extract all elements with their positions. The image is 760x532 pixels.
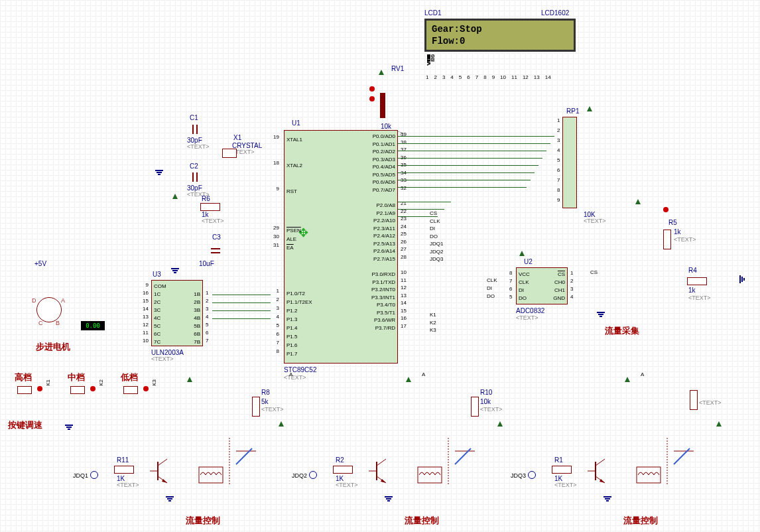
btn-k1-label: 高档 <box>15 371 32 383</box>
ground-icon <box>385 496 393 498</box>
stepper-motor <box>36 297 62 322</box>
p2-nets: CS CLK DI DO JDQ1 JDQ2 JDQ3 <box>430 210 443 263</box>
r1 <box>552 466 572 474</box>
r11 <box>114 466 134 474</box>
motor-readout: 0.00 <box>81 321 105 330</box>
r5 <box>200 203 220 211</box>
c1-ref: C1 <box>190 114 198 121</box>
uln-right-nums: 1 2 3 4 5 6 7 <box>206 289 208 345</box>
uln-right: 1B 2B 3B 4B 5B 6B 7B <box>191 291 200 346</box>
r8 <box>471 397 479 417</box>
btn-k2-label: 中档 <box>68 371 85 383</box>
power-arrow-icon <box>406 377 411 382</box>
power-arrow-icon <box>379 70 384 75</box>
ground-icon <box>65 425 73 426</box>
power-arrow-icon <box>187 377 192 382</box>
relay-icon <box>415 431 481 491</box>
power-arrow-icon <box>716 421 722 427</box>
button-group-label: 按键调速 <box>8 419 42 431</box>
rv1-val: 10k <box>381 123 391 130</box>
c1 <box>192 125 194 134</box>
r6 <box>252 397 260 417</box>
r6-ref: R8 <box>261 389 270 396</box>
power-arrow-icon <box>635 199 641 204</box>
jdq1-label: JDQ1 <box>73 472 88 479</box>
svg-line-20 <box>596 459 605 466</box>
power-arrow-icon <box>172 194 178 199</box>
c2 <box>192 172 194 182</box>
crystal <box>222 149 237 158</box>
lcd-part: LCD1602 <box>541 9 569 17</box>
r4 <box>663 230 671 249</box>
lcd-ref: LCD1 <box>424 9 442 17</box>
c2-ref: C2 <box>190 163 198 170</box>
ground-icon <box>171 268 179 269</box>
ground-icon <box>603 496 611 498</box>
probe-icon <box>143 386 149 391</box>
rv1-body[interactable] <box>380 93 385 118</box>
btn-k3-label: 低档 <box>121 371 138 383</box>
adc-left: VCC CLK DI DO <box>519 271 530 302</box>
transistor-icon <box>369 455 389 487</box>
relay2-label: 流量控制 <box>405 515 439 527</box>
transistor-icon <box>150 455 170 487</box>
r10 <box>690 390 698 410</box>
schematic-canvas: LCD1 LCD1602 Gear:Stop Flow:0 VSS VDD VE… <box>0 0 760 532</box>
relay-icon <box>634 431 700 491</box>
svg-line-11 <box>377 459 386 466</box>
r1-ref: R1 <box>554 456 563 464</box>
relay-icon <box>196 431 263 491</box>
lcd-line2: Flow:0 <box>432 35 568 47</box>
ground-icon <box>166 496 174 498</box>
probe-icon <box>663 207 668 212</box>
power-arrow-icon <box>279 421 284 427</box>
ground-icon <box>739 275 741 283</box>
relay3-label: 流量控制 <box>623 515 658 527</box>
power-arrow-icon <box>497 421 503 427</box>
mcu-left-pin-names: XTAL1 XTAL2 RST PSEN ALE EA P1.0/T2 P1.1… <box>286 135 312 358</box>
r5-ref: R6 <box>202 195 210 202</box>
svg-line-2 <box>158 459 167 466</box>
rp1-array <box>562 117 577 208</box>
mcu-right-pin-names: P0.0/AD0 P0.1/AD1 P0.2/AD2 P0.3/AD3 P0.4… <box>363 133 395 332</box>
u1-ref: U1 <box>292 119 300 127</box>
terminal-icon <box>528 471 536 479</box>
uln-left: COM 1C 2C 3C 4C 5C 6C 7C <box>154 283 166 346</box>
probe-icon <box>90 386 95 391</box>
lcd-display: Gear:Stop Flow:0 <box>424 19 576 52</box>
button-k1[interactable] <box>17 386 32 394</box>
r4-ref: R5 <box>668 219 677 226</box>
u3-ref: U3 <box>153 271 161 278</box>
rv1-ref: RV1 <box>391 65 404 72</box>
button-k2[interactable] <box>70 386 85 394</box>
power-arrow-icon <box>587 106 592 111</box>
x1-ref: X1 <box>233 134 241 141</box>
uln-left-nums: 9 16 15 14 13 12 11 10 <box>141 281 149 345</box>
stepper-label: 步进电机 <box>36 341 70 353</box>
probe-icon <box>37 386 42 391</box>
terminal-icon <box>309 471 317 479</box>
lcd-pin-nums: 1 2 3 4 5 6 7 8 9 10 11 12 13 14 <box>426 74 551 80</box>
power-arrow-icon <box>519 251 525 256</box>
r2-ref: R2 <box>336 456 344 464</box>
r3 <box>687 277 707 285</box>
lcd-line1: Gear:Stop <box>432 23 568 35</box>
power-arrow-icon <box>625 377 630 382</box>
c3-ref: C3 <box>212 233 221 241</box>
r11-ref: R11 <box>117 456 129 464</box>
jdq3-label: JDQ3 <box>511 472 526 479</box>
r3-ref: R4 <box>688 267 697 274</box>
button-k3[interactable] <box>123 386 138 394</box>
c3 <box>211 248 220 249</box>
probe-icon <box>369 86 375 92</box>
r2 <box>333 466 353 474</box>
p3-nets: K1 K2 K3 <box>430 311 436 334</box>
power-label: +5V <box>34 260 46 267</box>
probe-icon <box>369 96 375 101</box>
adc-right: CS CH0 CH1 GND <box>549 271 565 302</box>
u2-ref: U2 <box>524 258 533 265</box>
r8-ref: R10 <box>480 389 492 396</box>
ground-icon <box>155 170 163 171</box>
rp1-ref: RP1 <box>566 107 579 115</box>
jdq2-label: JDQ2 <box>292 472 307 479</box>
